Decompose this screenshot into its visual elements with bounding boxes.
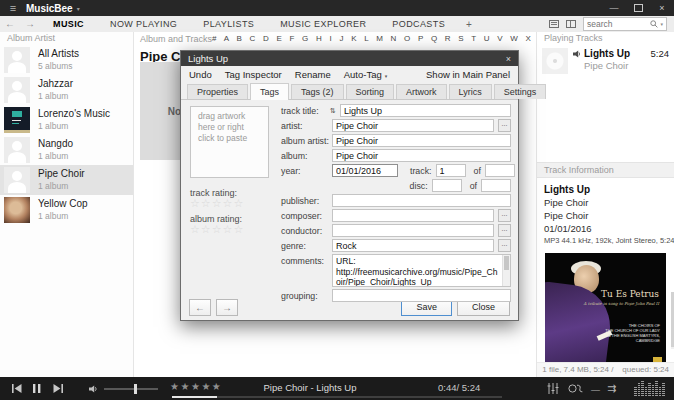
- hamburger-menu-icon[interactable]: ≡: [0, 0, 26, 16]
- conductor-ellipsis-button[interactable]: ...: [498, 224, 511, 237]
- grouping-field[interactable]: [332, 289, 511, 302]
- comments-scrollbar[interactable]: [502, 255, 510, 286]
- sidebar-item-yellow-cop[interactable]: Yellow Cop1 album: [0, 195, 133, 225]
- queue-item[interactable]: Lights Up 5:24 Pipe Choir: [537, 45, 674, 74]
- disc-of-label: of: [470, 181, 477, 191]
- album-rating-stars[interactable]: ☆☆☆☆☆: [190, 223, 244, 236]
- artist-count: 5 albums: [38, 60, 79, 72]
- tab-tags-2[interactable]: Tags (2): [291, 84, 344, 99]
- menu-undo[interactable]: Undo: [189, 69, 212, 80]
- search-input[interactable]: [587, 19, 648, 29]
- artist-field[interactable]: [332, 119, 494, 132]
- tab-settings[interactable]: Settings: [494, 84, 547, 99]
- shuffle-icon[interactable]: [568, 384, 583, 393]
- tab-artwork[interactable]: Artwork: [396, 84, 447, 99]
- minimize-button[interactable]: —: [602, 0, 626, 16]
- search-icon[interactable]: [650, 20, 658, 28]
- player-rating-stars[interactable]: ★★★★★: [170, 381, 222, 392]
- track-of-label: of: [474, 166, 481, 176]
- photo-avatar: [4, 197, 30, 223]
- now-playing-label[interactable]: Pipe Choir - Lights Up: [225, 382, 395, 393]
- speaker-icon: [573, 50, 581, 58]
- track-no-label: track:: [410, 166, 432, 176]
- sidebar-item-all-artists[interactable]: All Artists5 albums: [0, 45, 133, 75]
- artist-ellipsis-button[interactable]: ...: [498, 119, 511, 132]
- menu-auto-tag[interactable]: Auto-Tag▾: [344, 69, 388, 80]
- app-menu-caret-icon[interactable]: ▾: [77, 5, 80, 12]
- notification-icon[interactable]: [549, 20, 559, 28]
- track-title-field[interactable]: [340, 104, 511, 117]
- volume-icon[interactable]: [89, 385, 99, 393]
- comments-label: comments:: [281, 254, 328, 266]
- volume-slider[interactable]: [104, 388, 158, 390]
- artwork-credit: THE CHOIRS OF THE CHURCH OF OUR LADY & T…: [605, 323, 660, 343]
- tab-tags[interactable]: Tags: [250, 83, 289, 100]
- tab-lyrics[interactable]: Lyrics: [449, 84, 492, 99]
- seek-bar[interactable]: [172, 396, 502, 398]
- queue-track-title: Lights Up: [584, 48, 648, 59]
- genre-ellipsis-button[interactable]: ...: [498, 239, 511, 252]
- album-artist-field[interactable]: [332, 134, 511, 147]
- publisher-field[interactable]: [332, 194, 511, 207]
- composer-ellipsis-button[interactable]: ...: [498, 209, 511, 222]
- volume-slider-thumb[interactable]: [134, 384, 137, 394]
- back-icon[interactable]: ←: [5, 17, 15, 31]
- dialog-menubar: Undo Tag Inspector Rename Auto-Tag▾ Show…: [181, 66, 518, 83]
- menu-tag-inspector[interactable]: Tag Inspector: [225, 69, 282, 80]
- tab-music-explorer[interactable]: MUSIC EXPLORER: [280, 19, 366, 29]
- sidebar-item-nangdo[interactable]: Nangdo1 album: [0, 135, 133, 165]
- disc-of-field[interactable]: [481, 179, 511, 192]
- sidebar-item-pipe-choir[interactable]: Pipe Choir1 album: [0, 165, 133, 195]
- tab-playlists[interactable]: PLAYLISTS: [203, 19, 254, 29]
- tab-now-playing[interactable]: NOW PLAYING: [110, 19, 177, 29]
- album-label: album:: [281, 151, 328, 161]
- sidebar-item-jahzzar[interactable]: Jahzzar1 album: [0, 75, 133, 105]
- conductor-field[interactable]: [332, 224, 494, 237]
- track-of-field[interactable]: [485, 164, 515, 177]
- grouping-label: grouping:: [281, 291, 328, 301]
- pause-button[interactable]: [33, 384, 41, 393]
- album-field[interactable]: [332, 149, 511, 162]
- dialog-close-button[interactable]: ×: [506, 54, 511, 64]
- genre-field[interactable]: [332, 239, 494, 252]
- tab-podcasts[interactable]: PODCASTS: [392, 19, 445, 29]
- alphabet-jump-bar[interactable]: # A B C D E F G H I J K L M N O P Q R S …: [212, 34, 556, 43]
- layout-panels-icon[interactable]: [566, 20, 576, 28]
- main-panel-header: Album and Tracks: [140, 34, 212, 44]
- search-caret-icon[interactable]: ▾: [660, 21, 663, 27]
- tab-sorting[interactable]: Sorting: [346, 84, 395, 99]
- artist-count: 1 album: [38, 180, 85, 192]
- artist-name: All Artists: [38, 48, 79, 60]
- previous-track-button[interactable]: [12, 384, 22, 393]
- menu-rename[interactable]: Rename: [295, 69, 331, 80]
- search-box[interactable]: ▾: [583, 17, 667, 31]
- repeat-off-icon[interactable]: —: [591, 385, 600, 395]
- next-file-button[interactable]: →: [216, 299, 238, 316]
- maximize-button[interactable]: [626, 0, 650, 16]
- disc-no-field[interactable]: [432, 179, 462, 192]
- add-tab-button[interactable]: +: [466, 19, 472, 30]
- dialog-titlebar[interactable]: Lights Up ×: [181, 51, 518, 66]
- sidebar-item-lorenzos-music[interactable]: Lorenzo's Music1 album: [0, 105, 133, 135]
- visualizer-icon[interactable]: [634, 381, 668, 396]
- composer-field[interactable]: [332, 209, 494, 222]
- artwork-drop-zone[interactable]: drag artwork here or right click to past…: [190, 106, 269, 178]
- playback-flow-icon[interactable]: ⇉: [607, 383, 616, 393]
- next-track-button[interactable]: [53, 384, 63, 393]
- show-in-main-panel-link[interactable]: Show in Main Panel: [426, 69, 510, 80]
- swap-updown-icon[interactable]: ⇅: [330, 107, 336, 115]
- info-track-title: Lights Up: [544, 183, 667, 196]
- track-no-field[interactable]: [436, 164, 466, 177]
- forward-icon[interactable]: →: [25, 17, 35, 31]
- previous-file-button[interactable]: ←: [189, 299, 211, 316]
- track-rating-stars[interactable]: ☆☆☆☆☆: [190, 197, 244, 210]
- tab-music[interactable]: MUSIC: [53, 19, 84, 29]
- year-field[interactable]: [332, 164, 398, 177]
- artist-avatar-icon: [4, 167, 30, 193]
- conductor-label: conductor:: [281, 226, 328, 236]
- close-button[interactable]: ×: [650, 0, 674, 16]
- tab-properties[interactable]: Properties: [187, 84, 248, 99]
- comments-field[interactable]: URL: http://freemusicarchive.org/music/P…: [332, 254, 511, 287]
- comments-scrollbar-thumb[interactable]: [504, 256, 509, 270]
- equalizer-icon[interactable]: [547, 383, 559, 394]
